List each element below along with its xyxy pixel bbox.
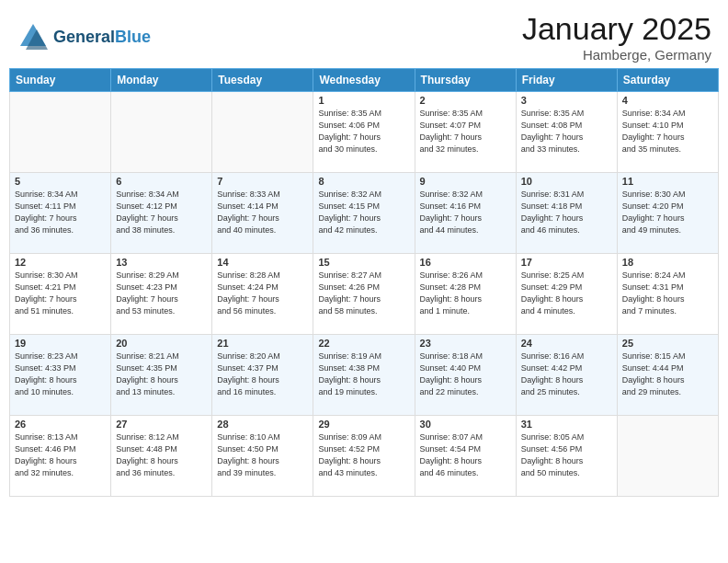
calendar-cell: 12Sunrise: 8:30 AMSunset: 4:21 PMDayligh… (10, 254, 111, 335)
cell-text-line: Sunset: 4:18 PM (521, 201, 612, 213)
month-title: January 2025 (522, 11, 711, 47)
cell-text-line: Sunset: 4:46 PM (15, 443, 106, 455)
cell-text-line: and 22 minutes. (420, 386, 511, 398)
cell-text-line: Daylight: 8 hours (420, 374, 511, 386)
cell-text-line: Daylight: 7 hours (622, 132, 713, 144)
day-number: 25 (622, 338, 713, 349)
cell-text-line: Sunset: 4:20 PM (622, 201, 713, 213)
cell-text-line: Sunset: 4:42 PM (521, 362, 612, 374)
cell-text-line: Sunset: 4:23 PM (116, 282, 207, 293)
cell-text-line: Daylight: 8 hours (116, 374, 207, 386)
cell-text-line: Sunset: 4:07 PM (420, 120, 511, 132)
day-number: 23 (420, 338, 511, 349)
cell-text-line: and 29 minutes. (622, 386, 713, 398)
calendar-week-row: 26Sunrise: 8:13 AMSunset: 4:46 PMDayligh… (10, 416, 719, 497)
cell-text-line: Daylight: 8 hours (15, 374, 106, 386)
cell-text-line: Sunset: 4:11 PM (15, 201, 106, 213)
cell-text-line: Sunrise: 8:34 AM (622, 108, 713, 120)
cell-text-line: Daylight: 7 hours (420, 213, 511, 224)
calendar-header-cell: Tuesday (212, 69, 313, 92)
cell-text-line: Daylight: 7 hours (622, 213, 713, 224)
cell-text-line: Daylight: 8 hours (622, 374, 713, 386)
calendar-cell: 25Sunrise: 8:15 AMSunset: 4:44 PMDayligh… (617, 335, 718, 416)
cell-text-line: Sunset: 4:06 PM (318, 120, 409, 132)
cell-text-line: Sunrise: 8:07 AM (420, 431, 511, 443)
cell-text-line: Sunset: 4:24 PM (217, 282, 308, 293)
calendar-cell: 2Sunrise: 8:35 AMSunset: 4:07 PMDaylight… (415, 92, 516, 173)
cell-text-line: and 7 minutes. (622, 305, 713, 317)
cell-text-line: and 35 minutes. (622, 144, 713, 155)
cell-text-line: and 58 minutes. (318, 305, 409, 317)
cell-text-line: Sunset: 4:38 PM (318, 362, 409, 374)
calendar-cell: 20Sunrise: 8:21 AMSunset: 4:35 PMDayligh… (111, 335, 212, 416)
cell-text-line: Sunrise: 8:10 AM (217, 431, 308, 443)
cell-text-line: Daylight: 8 hours (521, 293, 612, 305)
calendar-cell: 1Sunrise: 8:35 AMSunset: 4:06 PMDaylight… (313, 92, 415, 173)
day-number: 31 (521, 419, 612, 430)
day-number: 14 (217, 257, 308, 268)
day-number: 15 (318, 257, 409, 268)
cell-text-line: Sunrise: 8:32 AM (318, 189, 409, 201)
cell-text-line: Sunset: 4:16 PM (420, 201, 511, 213)
day-number: 30 (420, 419, 511, 430)
day-number: 20 (116, 338, 207, 349)
cell-text-line: Daylight: 8 hours (217, 455, 308, 467)
calendar-header-cell: Thursday (415, 69, 516, 92)
calendar-cell: 13Sunrise: 8:29 AMSunset: 4:23 PMDayligh… (111, 254, 212, 335)
cell-text-line: Daylight: 7 hours (15, 293, 106, 305)
cell-text-line: Sunrise: 8:12 AM (116, 431, 207, 443)
calendar-cell: 10Sunrise: 8:31 AMSunset: 4:18 PMDayligh… (516, 173, 617, 254)
day-number: 2 (420, 95, 511, 106)
cell-text-line: and 42 minutes. (318, 224, 409, 236)
calendar-cell: 5Sunrise: 8:34 AMSunset: 4:11 PMDaylight… (10, 173, 111, 254)
cell-text-line: Daylight: 8 hours (420, 455, 511, 467)
cell-text-line: Daylight: 8 hours (15, 455, 106, 467)
cell-text-line: and 36 minutes. (116, 467, 207, 479)
cell-text-line: Sunrise: 8:25 AM (521, 270, 612, 282)
cell-text-line: and 10 minutes. (15, 386, 106, 398)
cell-text-line: Daylight: 8 hours (521, 455, 612, 467)
calendar-cell: 29Sunrise: 8:09 AMSunset: 4:52 PMDayligh… (313, 416, 415, 497)
calendar-cell: 18Sunrise: 8:24 AMSunset: 4:31 PMDayligh… (617, 254, 718, 335)
cell-text-line: Sunset: 4:50 PM (217, 443, 308, 455)
day-number: 12 (15, 257, 106, 268)
cell-text-line: Sunset: 4:33 PM (15, 362, 106, 374)
calendar-header-cell: Monday (111, 69, 212, 92)
cell-text-line: Sunrise: 8:30 AM (15, 270, 106, 282)
cell-text-line: Sunrise: 8:34 AM (116, 189, 207, 201)
calendar-week-row: 19Sunrise: 8:23 AMSunset: 4:33 PMDayligh… (10, 335, 719, 416)
cell-text-line: Daylight: 7 hours (116, 213, 207, 224)
day-number: 7 (217, 176, 308, 187)
cell-text-line: Sunrise: 8:30 AM (622, 189, 713, 201)
cell-text-line: and 32 minutes. (420, 144, 511, 155)
cell-text-line: Sunrise: 8:28 AM (217, 270, 308, 282)
cell-text-line: Sunrise: 8:34 AM (15, 189, 106, 201)
cell-text-line: Sunrise: 8:15 AM (622, 350, 713, 362)
cell-text-line: Daylight: 7 hours (420, 132, 511, 144)
calendar-cell: 6Sunrise: 8:34 AMSunset: 4:12 PMDaylight… (111, 173, 212, 254)
cell-text-line: and 19 minutes. (318, 386, 409, 398)
cell-text-line: Sunset: 4:52 PM (318, 443, 409, 455)
cell-text-line: Sunrise: 8:21 AM (116, 350, 207, 362)
day-number: 17 (521, 257, 612, 268)
cell-text-line: Sunrise: 8:13 AM (15, 431, 106, 443)
day-number: 28 (217, 419, 308, 430)
calendar-cell (111, 92, 212, 173)
cell-text-line: Sunset: 4:10 PM (622, 120, 713, 132)
cell-text-line: and 46 minutes. (521, 224, 612, 236)
title-block: January 2025 Hamberge, Germany (522, 11, 711, 63)
calendar-week-row: 1Sunrise: 8:35 AMSunset: 4:06 PMDaylight… (10, 92, 719, 173)
logo-icon (17, 20, 50, 53)
calendar-cell: 19Sunrise: 8:23 AMSunset: 4:33 PMDayligh… (10, 335, 111, 416)
cell-text-line: Sunrise: 8:16 AM (521, 350, 612, 362)
day-number: 9 (420, 176, 511, 187)
day-number: 19 (15, 338, 106, 349)
calendar-cell: 24Sunrise: 8:16 AMSunset: 4:42 PMDayligh… (516, 335, 617, 416)
cell-text-line: Sunset: 4:54 PM (420, 443, 511, 455)
cell-text-line: Daylight: 7 hours (116, 293, 207, 305)
cell-text-line: and 43 minutes. (318, 467, 409, 479)
calendar-week-row: 12Sunrise: 8:30 AMSunset: 4:21 PMDayligh… (10, 254, 719, 335)
day-number: 27 (116, 419, 207, 430)
day-number: 26 (15, 419, 106, 430)
calendar-cell: 11Sunrise: 8:30 AMSunset: 4:20 PMDayligh… (617, 173, 718, 254)
